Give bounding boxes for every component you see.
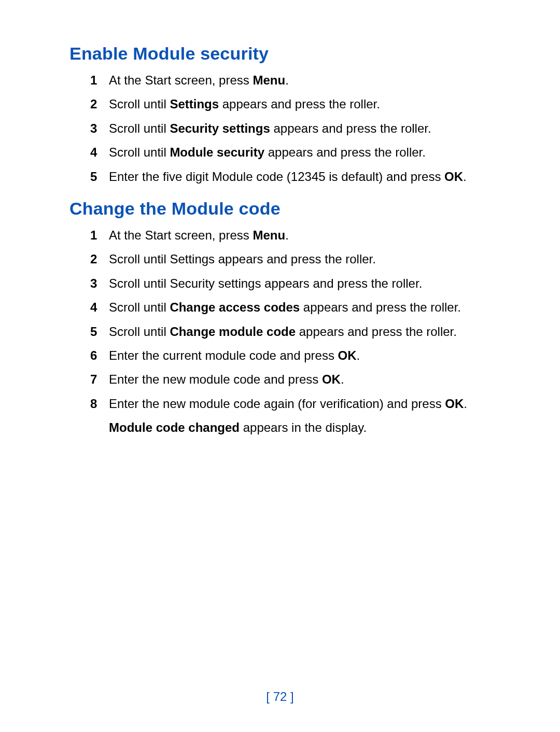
- document-page: Enable Module security At the Start scre…: [0, 0, 560, 732]
- steps-enable-module-security: At the Start screen, press Menu. Scroll …: [90, 72, 498, 185]
- step-text: Scroll until Settings appears and press …: [109, 97, 380, 111]
- list-item: Scroll until Change module code appears …: [90, 323, 498, 340]
- step-text: Scroll until Security settings appears a…: [109, 121, 431, 135]
- list-item: Scroll until Settings appears and press …: [90, 251, 498, 268]
- list-item: At the Start screen, press Menu.: [90, 72, 498, 89]
- steps-change-module-code: At the Start screen, press Menu. Scroll …: [90, 227, 498, 437]
- step-text: Scroll until Settings appears and press …: [109, 252, 376, 266]
- step-text: Enter the new module code again (for ver…: [109, 397, 467, 411]
- step-text: Scroll until Module security appears and…: [109, 145, 426, 159]
- step-extra-text: Module code changed appears in the displ…: [109, 419, 498, 436]
- step-text: Enter the current module code and press …: [109, 348, 360, 362]
- list-item: Scroll until Settings appears and press …: [90, 96, 498, 112]
- heading-enable-module-security: Enable Module security: [69, 44, 498, 64]
- list-item: Scroll until Security settings appears a…: [90, 120, 498, 137]
- heading-change-module-code: Change the Module code: [69, 199, 498, 219]
- page-number: [ 72 ]: [0, 689, 560, 704]
- list-item: Enter the five digit Module code (12345 …: [90, 168, 498, 185]
- list-item: Enter the current module code and press …: [90, 347, 498, 364]
- step-text: Scroll until Change access codes appears…: [109, 300, 461, 314]
- list-item: At the Start screen, press Menu.: [90, 227, 498, 244]
- list-item: Scroll until Change access codes appears…: [90, 299, 498, 316]
- list-item: Enter the new module code and press OK.: [90, 371, 498, 388]
- step-text: Enter the new module code and press OK.: [109, 372, 344, 386]
- step-text: Enter the five digit Module code (12345 …: [109, 170, 467, 184]
- step-text: Scroll until Security settings appears a…: [109, 276, 422, 290]
- list-item: Enter the new module code again (for ver…: [90, 396, 498, 437]
- step-text: At the Start screen, press Menu.: [109, 73, 289, 87]
- step-text: At the Start screen, press Menu.: [109, 228, 289, 242]
- list-item: Scroll until Security settings appears a…: [90, 275, 498, 292]
- step-text: Scroll until Change module code appears …: [109, 325, 457, 339]
- list-item: Scroll until Module security appears and…: [90, 144, 498, 161]
